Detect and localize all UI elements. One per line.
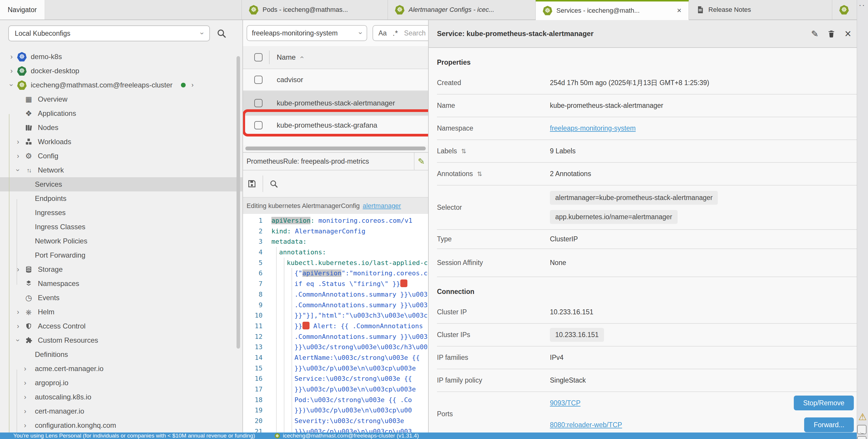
- chevron-right-icon[interactable]: ›: [21, 408, 30, 415]
- sidebar-item-events[interactable]: ◷Events: [0, 291, 242, 305]
- editor-tab-services[interactable]: ☸Services - icecheng@math...×: [536, 0, 689, 20]
- chevron-down-icon[interactable]: ›: [13, 167, 23, 174]
- sidebar-item-autoscaling-k8s-io[interactable]: ›autoscaling.k8s.io: [0, 390, 242, 404]
- table-row-cadvisor[interactable]: cadvisor: [243, 69, 428, 91]
- kubeconfig-select[interactable]: Local Kubeconfigs ›: [8, 25, 210, 41]
- edited-resource-link[interactable]: alertmanager: [363, 202, 401, 210]
- main-layout: Local Kubeconfigs › ›☸demo-k8s›☸docker-d…: [0, 20, 868, 439]
- port-link[interactable]: 9093/TCP: [550, 399, 581, 407]
- sidebar-item-port-forwarding[interactable]: Port Forwarding: [0, 248, 242, 262]
- divider: [262, 175, 263, 192]
- tab-label: Alertmanager Configs - icec...: [409, 6, 494, 13]
- save-icon[interactable]: [243, 179, 261, 189]
- detail-value: ClusterIP: [550, 235, 868, 243]
- sidebar-item-network[interactable]: ›↑↓Network: [0, 163, 242, 177]
- detail-row-selector: Selectoralertmanager=kube-prometheus-sta…: [437, 185, 868, 230]
- sidebar-item-services[interactable]: Services: [0, 177, 242, 192]
- sidebar-item-namespaces[interactable]: Namespaces: [0, 276, 242, 291]
- sidebar-item-definitions[interactable]: Definitions: [0, 347, 242, 362]
- editor-tab-release[interactable]: Release Notes: [689, 0, 832, 20]
- table-row-partial[interactable]: [243, 135, 428, 145]
- sidebar-item-icecheng-mathmast-com-freeleaps-cluster[interactable]: ›☸icecheng@mathmast.com@freeleaps-cluste…: [0, 78, 242, 92]
- table-row-kube-prometheus-stack-alertmanager[interactable]: kube-prometheus-stack-alertmanager: [243, 91, 428, 116]
- stop-remove-button[interactable]: Stop/Remove: [794, 396, 854, 410]
- sidebar-item-workloads[interactable]: ›Workloads: [0, 135, 242, 149]
- sidebar-item-ingress-classes[interactable]: Ingress Classes: [0, 220, 242, 234]
- search-placeholder: Search: [404, 29, 426, 37]
- chevron-down-icon[interactable]: ›: [13, 337, 23, 344]
- port-link[interactable]: 8080:reloader-web/TCP: [550, 421, 622, 429]
- sidebar-item-docker-desktop[interactable]: ›☸docker-desktop: [0, 64, 242, 78]
- chevron-right-icon[interactable]: ›: [7, 53, 16, 60]
- search-input[interactable]: Aa .* Search: [373, 25, 429, 41]
- chevron-right-icon[interactable]: ›: [21, 365, 30, 372]
- edit-pencil-icon[interactable]: ✎: [414, 157, 428, 166]
- sort-toggle-icon[interactable]: ⇅: [461, 148, 467, 155]
- sidebar-item-helm[interactable]: ›⎈Helm: [0, 305, 242, 319]
- sidebar-item-access-control[interactable]: ›Access Control: [0, 319, 242, 333]
- license-text: You're using Lens Personal (for individu…: [13, 433, 255, 439]
- chevron-right-icon[interactable]: ›: [13, 266, 23, 273]
- chevron-right-icon[interactable]: ›: [13, 138, 23, 145]
- chevron-right-icon[interactable]: ›: [13, 308, 23, 315]
- sidebar-item-config[interactable]: ›⚙Config: [0, 149, 242, 163]
- sidebar-item-acme-cert-manager-io[interactable]: ›acme.cert-manager.io: [0, 362, 242, 376]
- horizontal-scrollbar-thumb[interactable]: [245, 146, 426, 150]
- row-checkbox[interactable]: [254, 99, 262, 107]
- active-cluster-text[interactable]: icecheng@mathmast.com@freeleaps-cluster …: [283, 433, 419, 439]
- kubernetes-icon: ☸: [395, 5, 404, 14]
- sidebar-item-cert-manager-io[interactable]: ›cert-manager.io: [0, 404, 242, 418]
- forward--button[interactable]: Forward...: [804, 417, 854, 432]
- sidebar-item-endpoints[interactable]: Endpoints: [0, 192, 242, 206]
- trash-icon[interactable]: [823, 29, 840, 38]
- chevron-right-icon[interactable]: ›: [21, 394, 30, 401]
- close-icon[interactable]: ×: [840, 28, 856, 40]
- sidebar-item-overview[interactable]: ▦Overview: [0, 92, 242, 106]
- row-checkbox[interactable]: [254, 121, 262, 129]
- chevron-down-icon[interactable]: ›: [7, 81, 16, 89]
- dashboard-icon: ▦: [24, 95, 34, 103]
- sidebar-item-storage[interactable]: ›Storage: [0, 262, 242, 276]
- namespace-link[interactable]: freeleaps-monitoring-system: [550, 124, 636, 132]
- sidebar-item-argoproj-io[interactable]: ›argoproj.io: [0, 376, 242, 390]
- table-row-kube-prometheus-stack-grafana[interactable]: kube-prometheus-stack-grafana: [243, 116, 428, 135]
- close-icon[interactable]: ×: [672, 6, 681, 15]
- yaml-editor[interactable]: 1apiVersion: monitoring.coreos.com/v12ki…: [243, 214, 428, 435]
- navigator-panel-tab[interactable]: Navigator: [0, 0, 45, 20]
- sidebar-item-nodes[interactable]: Nodes: [0, 121, 242, 135]
- detail-label: Session Affinity: [437, 259, 550, 267]
- sidebar-item-ingresses[interactable]: Ingresses: [0, 206, 242, 220]
- chevron-right-icon[interactable]: ›: [13, 323, 23, 330]
- line-number: 16: [243, 373, 269, 384]
- editor-tab-alertmanager[interactable]: ☸Alertmanager Configs - icec...: [388, 0, 536, 20]
- network-arrows-icon: ↑↓: [24, 167, 34, 174]
- navigator-sidebar: Local Kubeconfigs › ›☸demo-k8s›☸docker-d…: [0, 20, 243, 439]
- row-checkbox[interactable]: [254, 76, 262, 84]
- chevron-right-icon[interactable]: ›: [7, 67, 16, 74]
- editor-tab-pods[interactable]: ☸Pods - icecheng@mathmas...: [242, 0, 388, 20]
- sidebar-scrollbar[interactable]: [237, 56, 240, 348]
- select-all-checkbox[interactable]: [254, 53, 262, 62]
- horizontal-scrollbar[interactable]: [243, 145, 428, 152]
- editor-search-icon[interactable]: [265, 179, 283, 188]
- sidebar-item-custom-resources[interactable]: ›Custom Resources: [0, 333, 242, 347]
- partial-terminal-icon: ._: [857, 425, 867, 434]
- chevron-right-icon[interactable]: ›: [192, 82, 194, 88]
- search-icon[interactable]: [216, 28, 226, 38]
- storage-icon: [24, 266, 34, 273]
- code-text: {"apiVersion":"monitoring.coreos.com/v1"…: [269, 268, 428, 279]
- chevron-right-icon[interactable]: ›: [21, 422, 30, 429]
- puzzle-icon: [24, 336, 34, 344]
- match-case-icon[interactable]: Aa: [378, 29, 387, 37]
- name-column-header[interactable]: Name ›: [277, 53, 303, 62]
- regex-icon[interactable]: .*: [393, 29, 398, 37]
- chevron-right-icon[interactable]: ›: [21, 379, 30, 386]
- chevron-right-icon[interactable]: ›: [13, 153, 23, 160]
- sidebar-item-configuration-konghq-com[interactable]: ›configuration.konghq.com: [0, 418, 242, 433]
- edit-pencil-icon[interactable]: ✎: [807, 29, 823, 39]
- sort-toggle-icon[interactable]: ⇅: [477, 170, 482, 177]
- sidebar-item-demo-k8s[interactable]: ›☸demo-k8s: [0, 49, 242, 64]
- sidebar-item-applications[interactable]: ❖Applications: [0, 106, 242, 121]
- sidebar-item-network-policies[interactable]: Network Policies: [0, 234, 242, 248]
- namespace-select[interactable]: freeleaps-monitoring-system ›: [247, 25, 367, 41]
